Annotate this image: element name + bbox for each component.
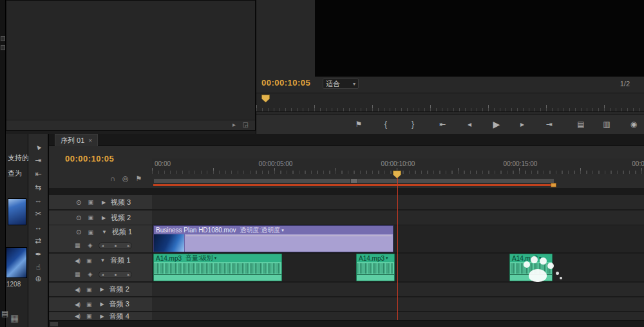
volume-band[interactable]: [510, 274, 552, 275]
video-clip-business-plan[interactable]: Business Plan HD1080.mov 透明度:透明度 ▾: [153, 225, 393, 252]
clip-thumbnail[interactable]: [8, 198, 26, 225]
snap-icon[interactable]: ∩: [110, 175, 115, 182]
track-meta-icon[interactable]: ▣: [86, 313, 92, 319]
list-view-icon[interactable]: ▤: [1, 309, 8, 318]
zoom-tool[interactable]: ⊕: [28, 272, 48, 285]
keyframe-icon[interactable]: ◈: [88, 242, 93, 248]
speaker-icon[interactable]: ◀): [75, 257, 80, 264]
clip-effect-label[interactable]: 音量:级别: [185, 254, 213, 262]
track-content-audio4[interactable]: [152, 312, 644, 320]
work-area-handle[interactable]: [350, 179, 358, 183]
resize-grip-icon[interactable]: ◲: [243, 122, 249, 128]
collapse-icon[interactable]: ▶: [100, 286, 104, 292]
clip-effect-label[interactable]: 透明度:透明度: [240, 226, 281, 234]
timeline-timecode[interactable]: 00:00:10:05: [65, 154, 114, 164]
track-meta-icon[interactable]: ▣: [86, 301, 92, 308]
collapse-icon[interactable]: ▶: [102, 200, 106, 205]
keyframe-dot-icon[interactable]: ●: [114, 272, 117, 277]
close-icon[interactable]: ×: [88, 137, 92, 144]
hand-tool[interactable]: ☝: [28, 261, 48, 274]
track-header-audio3[interactable]: ◀) ▣ ▶ 音频 3: [49, 297, 152, 311]
prev-keyframe-icon[interactable]: ◂: [101, 243, 104, 248]
track-meta-icon[interactable]: ▣: [88, 214, 93, 221]
go-to-out-button[interactable]: ⇥: [540, 117, 558, 131]
speaker-icon[interactable]: ◀): [75, 313, 80, 319]
go-to-in-button[interactable]: ⇤: [433, 117, 451, 131]
track-header-audio1[interactable]: ◀) ▣ ▼ 音频 1 ▦ ◈ ◂ ● ▸: [49, 254, 152, 281]
work-area-end-handle[interactable]: [551, 183, 556, 187]
selection-tool[interactable]: ▲: [28, 140, 48, 153]
dock-panel-icon[interactable]: [1, 36, 5, 41]
opacity-band[interactable]: [186, 236, 392, 236]
visibility-icon[interactable]: ⊙: [76, 229, 81, 236]
display-style-icon[interactable]: ▦: [75, 271, 80, 277]
track-header-audio4[interactable]: ◀) ▣ ▶ 音频 4: [49, 312, 152, 320]
chevron-down-icon[interactable]: ▾: [281, 228, 284, 233]
track-meta-icon[interactable]: ▣: [86, 286, 92, 293]
pen-tool[interactable]: ✒: [28, 248, 48, 261]
display-style-icon[interactable]: ▦: [75, 242, 80, 248]
zoom-level-dropdown[interactable]: 适合 ▾: [323, 79, 359, 89]
prev-keyframe-icon[interactable]: ◂: [101, 272, 104, 277]
track-content-video2[interactable]: [152, 210, 644, 225]
keyframe-navigator[interactable]: ◂ ● ▸: [99, 242, 132, 249]
monitor-mini-ruler[interactable]: [256, 93, 644, 112]
chevron-down-icon[interactable]: ▾: [386, 256, 388, 261]
marker-button[interactable]: ⚑: [350, 117, 368, 131]
track-content-video3[interactable]: [152, 195, 644, 209]
play-indicator-icon[interactable]: ▸: [232, 122, 236, 128]
keyframe-navigator[interactable]: ◂ ● ▸: [99, 271, 132, 278]
ripple-edit-tool[interactable]: ⇤: [28, 167, 48, 180]
track-header-video2[interactable]: ⊙ ▣ ▶ 视频 2: [49, 210, 152, 225]
slide-tool[interactable]: ⇄: [28, 234, 48, 247]
track-select-tool[interactable]: ⇥: [28, 154, 48, 167]
work-area-bar[interactable]: [153, 178, 554, 183]
track-header-audio2[interactable]: ◀) ▣ ▶ 音频 2: [49, 283, 152, 296]
rate-stretch-tool[interactable]: ⇔: [28, 194, 48, 207]
dock-panel-icon[interactable]: [1, 45, 5, 50]
monitor-timecode[interactable]: 00:00:10:05: [261, 78, 310, 88]
track-meta-icon[interactable]: ▣: [88, 229, 93, 236]
volume-band[interactable]: [357, 274, 394, 275]
collapse-icon[interactable]: ▶: [100, 313, 104, 319]
track-header-video3[interactable]: ⊙ ▣ ▶ 视频 3: [49, 195, 152, 209]
sequence-tab[interactable]: 序列 01 ×: [55, 134, 98, 146]
marker-menu-icon[interactable]: ◎: [122, 175, 129, 182]
audio-clip-a14-3[interactable]: A14.mp3 ▾: [509, 254, 553, 281]
chevron-down-icon[interactable]: ▾: [539, 256, 542, 261]
chevron-down-icon[interactable]: ▾: [214, 256, 217, 261]
monitor-playhead[interactable]: [261, 95, 270, 102]
volume-band[interactable]: [154, 274, 281, 275]
visibility-icon[interactable]: ⊙: [76, 199, 81, 206]
speaker-icon[interactable]: ◀): [75, 301, 80, 308]
clip-thumbnail[interactable]: [6, 247, 27, 278]
step-back-button[interactable]: ◂: [460, 117, 478, 131]
audio-clip-a14-1[interactable]: A14.mp3 音量:级别 ▾: [153, 254, 282, 281]
mark-in-button[interactable]: {: [377, 117, 395, 131]
rolling-edit-tool[interactable]: ⇆: [28, 181, 48, 194]
collapse-icon[interactable]: ▼: [100, 257, 105, 263]
track-meta-icon[interactable]: ▣: [86, 257, 92, 264]
track-content-audio3[interactable]: [152, 297, 644, 311]
collapse-icon[interactable]: ▶: [100, 301, 104, 307]
slip-tool[interactable]: ↔: [28, 221, 48, 234]
scrollbar-box[interactable]: [50, 322, 58, 326]
add-marker-icon[interactable]: ⚑: [136, 175, 142, 182]
lift-button[interactable]: ▤: [572, 117, 590, 131]
keyframe-dot-icon[interactable]: ●: [114, 243, 117, 248]
speaker-icon[interactable]: ◀): [75, 286, 80, 293]
collapse-icon[interactable]: ▶: [102, 215, 106, 221]
export-frame-button[interactable]: ◉: [625, 117, 643, 131]
next-keyframe-icon[interactable]: ▸: [128, 243, 130, 248]
grid-view-icon[interactable]: ▦: [10, 313, 19, 323]
step-forward-button[interactable]: ▸: [513, 117, 531, 131]
track-content-audio2[interactable]: [152, 283, 644, 296]
play-button[interactable]: ▶: [488, 117, 506, 131]
playhead-marker[interactable]: [393, 171, 401, 178]
razor-tool[interactable]: ✂: [28, 207, 48, 220]
keyframe-icon[interactable]: ◈: [88, 271, 93, 277]
mark-out-button[interactable]: }: [404, 117, 422, 131]
audio-clip-a14-2[interactable]: A14.mp3 ▾: [356, 254, 395, 281]
collapse-icon[interactable]: ▼: [102, 229, 107, 235]
track-header-video1[interactable]: ⊙ ▣ ▼ 视频 1 ▦ ◈ ◂ ● ▸: [49, 225, 152, 252]
